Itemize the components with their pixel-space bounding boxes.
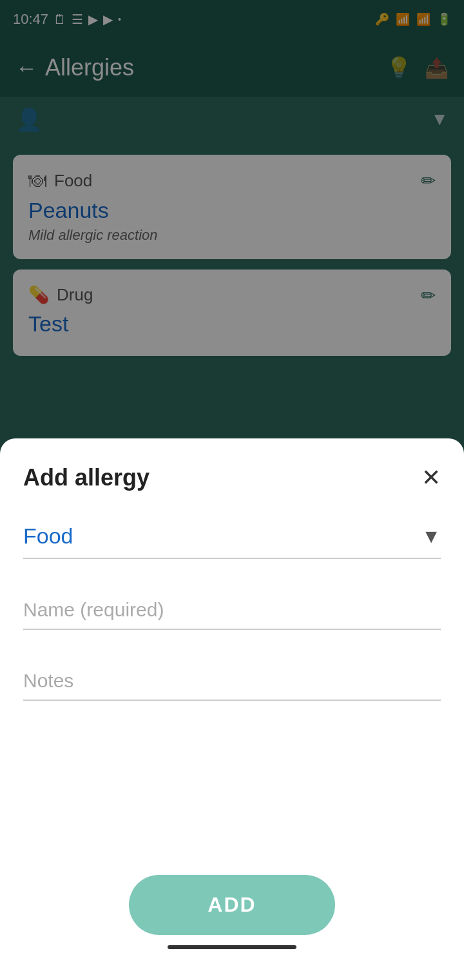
allergy-notes-input[interactable] bbox=[23, 662, 441, 701]
home-indicator bbox=[23, 935, 441, 954]
overlay-dim bbox=[0, 0, 464, 451]
home-bar bbox=[168, 945, 296, 949]
allergy-name-input[interactable] bbox=[23, 591, 441, 630]
allergy-type-selector[interactable]: Food ▼ bbox=[23, 524, 441, 559]
sheet-title: Add allergy bbox=[23, 464, 150, 491]
type-selected-value: Food bbox=[23, 524, 73, 549]
close-sheet-button[interactable]: ✕ bbox=[421, 466, 441, 489]
add-allergy-sheet: Add allergy ✕ Food ▼ ADD bbox=[0, 438, 464, 980]
type-dropdown-arrow: ▼ bbox=[421, 525, 441, 547]
add-allergy-button[interactable]: ADD bbox=[129, 875, 335, 935]
sheet-header: Add allergy ✕ bbox=[23, 464, 441, 491]
